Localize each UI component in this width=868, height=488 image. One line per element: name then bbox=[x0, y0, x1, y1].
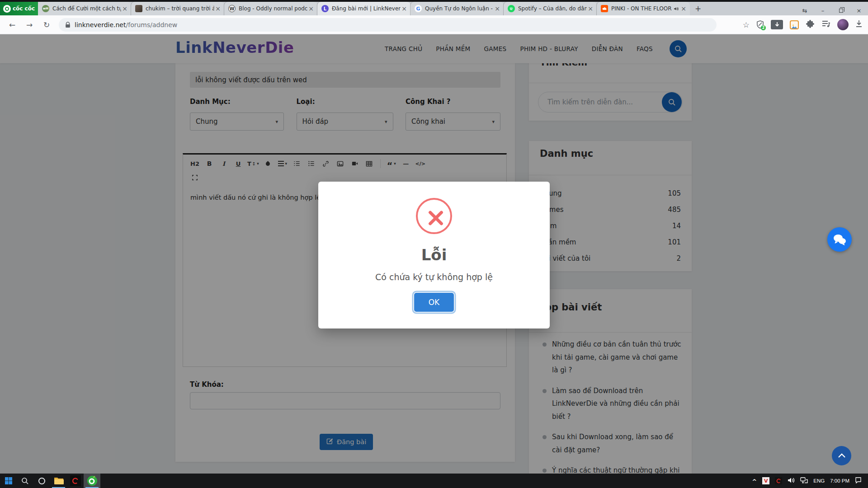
error-modal: Lỗi Có chứa ký tự không hợp lệ OK bbox=[318, 182, 550, 328]
scroll-to-top-button[interactable] bbox=[832, 446, 851, 465]
browser-toolbar: ← → ↻ linkneverdie.net /forums/addnew ☆ … bbox=[0, 15, 868, 34]
network-icon[interactable] bbox=[800, 477, 808, 485]
tab-close-icon[interactable]: × bbox=[494, 5, 501, 12]
tab-close-icon[interactable]: × bbox=[587, 5, 594, 12]
volume-icon[interactable] bbox=[788, 477, 795, 485]
coccoc-logo-icon bbox=[3, 5, 11, 13]
wordpress-favicon: W bbox=[228, 5, 236, 12]
url-bar[interactable]: linkneverdie.net /forums/addnew bbox=[59, 18, 717, 32]
avatar-favicon bbox=[135, 5, 142, 12]
tab-title: Đăng bài mới | LinkNeverD bbox=[332, 5, 401, 12]
error-circle-x-icon bbox=[416, 198, 452, 234]
modal-message: Có chứa ký tự không hợp lệ bbox=[318, 272, 550, 282]
music-playlist-icon[interactable] bbox=[821, 19, 830, 30]
windows-taskbar: ^ V ENG 7:00 PM bbox=[0, 474, 868, 488]
browser-tab[interactable]: wH Cách để Cười một cách tự × bbox=[38, 2, 131, 15]
web-page: Danh Mục: Chung ▾ Loại: Hỏi đáp ▾ bbox=[0, 34, 868, 474]
tab-title: Blog - Oddly normal podca bbox=[239, 5, 307, 12]
modal-title: Lỗi bbox=[318, 246, 550, 264]
coccoc-brand-button[interactable]: cốc cốc bbox=[0, 2, 38, 15]
file-explorer-button[interactable] bbox=[50, 474, 67, 488]
reload-button[interactable]: ↻ bbox=[42, 20, 52, 29]
lock-icon bbox=[65, 22, 71, 28]
google-favicon: G bbox=[415, 5, 422, 12]
tab-close-icon[interactable]: × bbox=[680, 5, 687, 12]
tab-title: Cách để Cười một cách tự bbox=[52, 5, 121, 12]
soundcloud-favicon bbox=[601, 5, 608, 12]
browser-tab[interactable]: PINKI - ON THE FLOOR × bbox=[597, 2, 690, 15]
clock[interactable]: 7:00 PM bbox=[830, 478, 849, 483]
browser-tab[interactable]: chukim – trời quang trời ả × bbox=[131, 2, 224, 15]
save-media-button[interactable] bbox=[771, 20, 783, 29]
modal-ok-button[interactable]: OK bbox=[414, 293, 454, 312]
chevron-up-icon bbox=[838, 453, 846, 458]
tab-close-icon[interactable]: × bbox=[121, 5, 128, 12]
shield-badge: 2 bbox=[761, 25, 766, 30]
tab-close-icon[interactable]: × bbox=[214, 5, 222, 12]
tab-title: chukim – trời quang trời ả bbox=[146, 5, 214, 12]
wikihow-favicon: wH bbox=[42, 5, 49, 12]
garena-icon bbox=[70, 475, 81, 486]
browser-tab[interactable]: W Blog - Oddly normal podca × bbox=[224, 2, 317, 15]
url-path: /forums/addnew bbox=[126, 21, 177, 28]
v-tray-icon[interactable]: V bbox=[762, 477, 769, 484]
start-button[interactable] bbox=[0, 474, 17, 488]
tab-close-icon[interactable]: × bbox=[307, 5, 315, 12]
folder-icon bbox=[54, 477, 64, 485]
coccoc-icon bbox=[87, 475, 98, 486]
forward-button[interactable]: → bbox=[24, 20, 34, 29]
language-indicator[interactable]: ENG bbox=[813, 478, 825, 483]
tab-title: PINKI - ON THE FLOOR bbox=[611, 5, 672, 12]
extensions-puzzle-icon[interactable] bbox=[806, 19, 815, 30]
tab-title: Spotify – Của dân, do dân, bbox=[518, 5, 587, 12]
tab-close-icon[interactable]: × bbox=[401, 5, 408, 12]
brand-label: cốc cốc bbox=[13, 5, 35, 12]
tab-title: Quyền Tự do Ngôn luận - T bbox=[425, 5, 494, 12]
url-host: linkneverdie.net bbox=[75, 21, 126, 28]
tabs: wH Cách để Cười một cách tự × chukim – t… bbox=[38, 2, 690, 15]
browser-tab[interactable]: Spotify – Của dân, do dân, × bbox=[504, 2, 597, 15]
browser-tab-strip: cốc cốc wH Cách để Cười một cách tự × ch… bbox=[0, 0, 868, 15]
browser-tab[interactable]: G Quyền Tự do Ngôn luận - T × bbox=[410, 2, 504, 15]
back-button[interactable]: ← bbox=[7, 20, 17, 29]
tab-audio-icon[interactable] bbox=[673, 6, 679, 12]
downloads-icon[interactable] bbox=[855, 20, 863, 29]
new-tab-button[interactable]: + bbox=[692, 2, 704, 15]
bookmark-star-icon[interactable]: ☆ bbox=[743, 20, 750, 29]
garena-tray-icon[interactable] bbox=[775, 477, 782, 484]
action-center-icon[interactable] bbox=[855, 477, 862, 485]
cortana-button[interactable] bbox=[33, 474, 50, 488]
linkneverdie-favicon: L bbox=[321, 5, 329, 12]
screen: cốc cốc wH Cách để Cười một cách tự × ch… bbox=[0, 0, 868, 488]
coccoc-taskbar-button[interactable] bbox=[84, 474, 100, 488]
taskbar-search-button[interactable] bbox=[17, 474, 33, 488]
chat-icon bbox=[833, 234, 846, 246]
cortana-icon bbox=[38, 478, 45, 484]
garena-button[interactable] bbox=[67, 474, 84, 488]
browser-tab[interactable]: L Đăng bài mới | LinkNeverD × bbox=[317, 2, 410, 15]
chat-bubbles-button[interactable] bbox=[827, 227, 852, 252]
adblock-shield-icon[interactable]: 2 bbox=[756, 20, 764, 29]
system-tray: ^ V ENG 7:00 PM bbox=[752, 477, 868, 485]
tray-expand-icon[interactable]: ^ bbox=[752, 478, 757, 485]
profile-avatar[interactable] bbox=[837, 19, 849, 30]
image-extension-icon[interactable] bbox=[790, 20, 799, 29]
spotify-favicon bbox=[508, 5, 515, 12]
